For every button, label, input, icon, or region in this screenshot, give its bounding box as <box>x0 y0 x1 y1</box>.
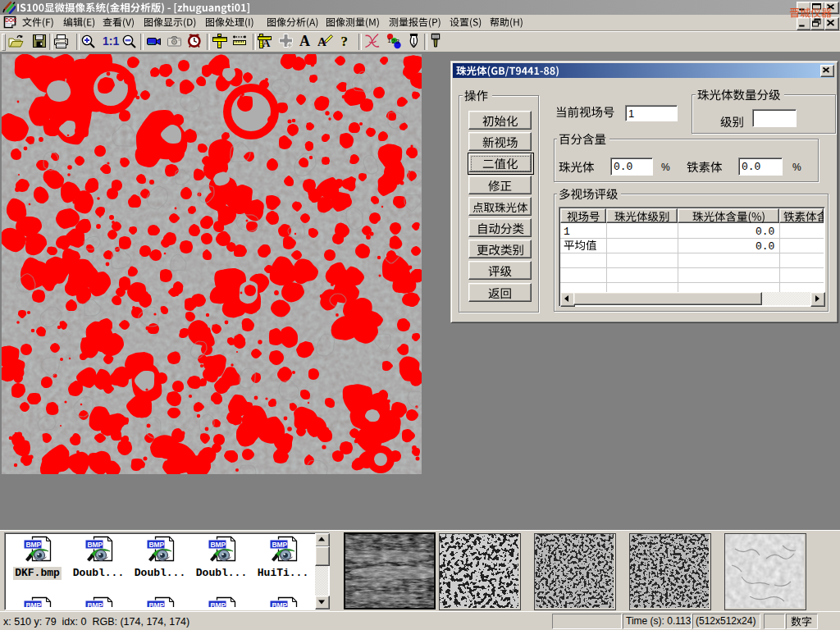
svg-text:?: ? <box>341 34 349 49</box>
svg-text:BMP: BMP <box>272 601 287 607</box>
svg-text:A: A <box>299 33 310 48</box>
svg-text:BMP: BMP <box>25 601 41 607</box>
svg-text:BMP: BMP <box>210 601 226 607</box>
svg-text:BMP: BMP <box>25 541 41 549</box>
svg-text:BMP: BMP <box>87 541 103 549</box>
svg-text:BMP: BMP <box>210 541 226 549</box>
svg-text:BMP: BMP <box>87 601 103 607</box>
svg-text:DOC: DOC <box>5 17 16 23</box>
svg-text:1: 1 <box>387 37 391 44</box>
svg-text:BMP: BMP <box>148 601 164 607</box>
svg-text:BMP: BMP <box>272 541 287 549</box>
svg-text:3: 3 <box>396 38 400 45</box>
svg-text:BMP: BMP <box>148 541 164 549</box>
svg-text:A: A <box>262 37 271 49</box>
svg-text:1:1: 1:1 <box>103 34 119 48</box>
